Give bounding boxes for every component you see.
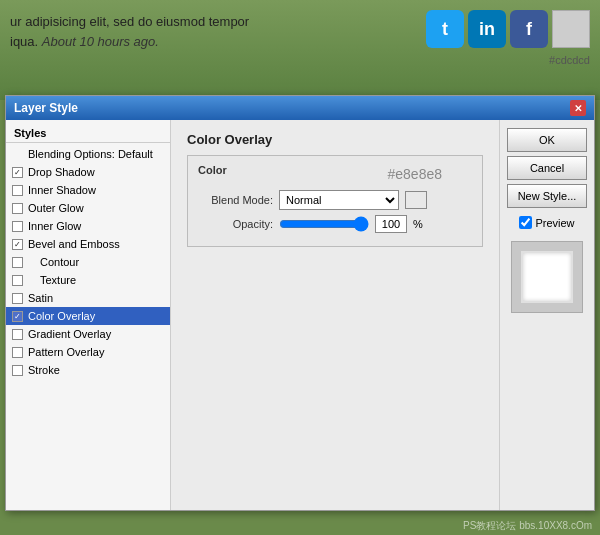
preview-checkbox-row: Preview bbox=[519, 216, 574, 229]
background-area: ur adipisicing elit, sed do eiusmod temp… bbox=[0, 0, 600, 100]
color-swatch bbox=[552, 10, 590, 48]
preview-box bbox=[511, 241, 583, 313]
style-item-texture-checkbox[interactable] bbox=[12, 275, 23, 286]
bg-text-italic: About 10 hours ago. bbox=[42, 34, 159, 49]
style-item-inner-glow-label: Inner Glow bbox=[28, 220, 81, 232]
style-item-outer-glow-checkbox[interactable] bbox=[12, 203, 23, 214]
style-item-satin-checkbox[interactable] bbox=[12, 293, 23, 304]
style-item-contour-label: Contour bbox=[40, 256, 79, 268]
style-item-stroke-label: Stroke bbox=[28, 364, 60, 376]
color-section-wrapper: Color #e8e8e8 Blend Mode: Normal Multipl… bbox=[187, 155, 483, 247]
style-item-texture-label: Texture bbox=[40, 274, 76, 286]
style-item-texture[interactable]: Texture bbox=[6, 271, 170, 289]
style-item-bevel-label: Bevel and Emboss bbox=[28, 238, 120, 250]
style-item-inner-glow-checkbox[interactable] bbox=[12, 221, 23, 232]
ok-button[interactable]: OK bbox=[507, 128, 587, 152]
opacity-row: Opacity: 100 % bbox=[198, 215, 472, 233]
new-style-button[interactable]: New Style... bbox=[507, 184, 587, 208]
color-section: Color #e8e8e8 Blend Mode: Normal Multipl… bbox=[187, 155, 483, 247]
hex-label: #cdcdcd bbox=[549, 54, 590, 66]
linkedin-icon[interactable]: in bbox=[468, 10, 506, 48]
style-item-gradient-overlay[interactable]: Gradient Overlay bbox=[6, 325, 170, 343]
style-item-outer-glow[interactable]: Outer Glow bbox=[6, 199, 170, 217]
percent-label: % bbox=[413, 218, 423, 230]
dialog-body: Styles Blending Options: Default ✓ Drop … bbox=[6, 120, 594, 510]
right-panel: OK Cancel New Style... Preview bbox=[499, 120, 594, 510]
preview-inner bbox=[521, 251, 573, 303]
style-item-inner-shadow[interactable]: Inner Shadow bbox=[6, 181, 170, 199]
bg-text: ur adipisicing elit, sed do eiusmod temp… bbox=[10, 12, 249, 51]
style-item-drop-shadow-label: Drop Shadow bbox=[28, 166, 95, 178]
style-item-stroke[interactable]: Stroke bbox=[6, 361, 170, 379]
style-item-pattern-overlay[interactable]: Pattern Overlay bbox=[6, 343, 170, 361]
layer-style-dialog: Layer Style ✕ Styles Blending Options: D… bbox=[5, 95, 595, 511]
style-item-color-overlay-label: Color Overlay bbox=[28, 310, 95, 322]
styles-header: Styles bbox=[6, 124, 170, 143]
style-item-pattern-overlay-checkbox[interactable] bbox=[12, 347, 23, 358]
style-item-contour-checkbox[interactable] bbox=[12, 257, 23, 268]
style-item-bevel[interactable]: ✓ Bevel and Emboss bbox=[6, 235, 170, 253]
watermark: PS教程论坛 bbs.10XX8.cOm bbox=[463, 519, 592, 533]
style-item-outer-glow-label: Outer Glow bbox=[28, 202, 84, 214]
styles-panel: Styles Blending Options: Default ✓ Drop … bbox=[6, 120, 171, 510]
style-item-color-overlay-checkbox[interactable]: ✓ bbox=[12, 311, 23, 322]
blend-color-box[interactable] bbox=[405, 191, 427, 209]
cancel-button[interactable]: Cancel bbox=[507, 156, 587, 180]
color-section-title: Color bbox=[198, 164, 227, 176]
opacity-label: Opacity: bbox=[198, 218, 273, 230]
blend-mode-label: Blend Mode: bbox=[198, 194, 273, 206]
style-item-inner-shadow-label: Inner Shadow bbox=[28, 184, 96, 196]
style-item-blending-label: Blending Options: Default bbox=[28, 148, 153, 160]
color-section-header: Color #e8e8e8 bbox=[198, 164, 472, 184]
dialog-close-button[interactable]: ✕ bbox=[570, 100, 586, 116]
style-item-drop-shadow[interactable]: ✓ Drop Shadow bbox=[6, 163, 170, 181]
preview-checkbox[interactable] bbox=[519, 216, 532, 229]
style-item-satin-label: Satin bbox=[28, 292, 53, 304]
style-item-color-overlay[interactable]: ✓ Color Overlay bbox=[6, 307, 170, 325]
style-item-gradient-overlay-checkbox[interactable] bbox=[12, 329, 23, 340]
bg-text-line2: iqua. About 10 hours ago. bbox=[10, 32, 249, 52]
style-item-gradient-overlay-label: Gradient Overlay bbox=[28, 328, 111, 340]
twitter-icon[interactable]: t bbox=[426, 10, 464, 48]
style-item-bevel-checkbox[interactable]: ✓ bbox=[12, 239, 23, 250]
main-content: Color Overlay Color #e8e8e8 Blend Mode: … bbox=[171, 120, 499, 510]
facebook-icon[interactable]: f bbox=[510, 10, 548, 48]
style-item-pattern-overlay-label: Pattern Overlay bbox=[28, 346, 104, 358]
preview-label: Preview bbox=[535, 217, 574, 229]
dialog-titlebar: Layer Style ✕ bbox=[6, 96, 594, 120]
blend-mode-select[interactable]: Normal Multiply Screen Overlay bbox=[279, 190, 399, 210]
style-item-drop-shadow-checkbox[interactable]: ✓ bbox=[12, 167, 23, 178]
bg-text-line1: ur adipisicing elit, sed do eiusmod temp… bbox=[10, 12, 249, 32]
style-item-contour[interactable]: Contour bbox=[6, 253, 170, 271]
hex-color-display: #e8e8e8 bbox=[387, 166, 442, 182]
bg-text-normal: iqua. bbox=[10, 34, 42, 49]
opacity-input[interactable]: 100 bbox=[375, 215, 407, 233]
opacity-slider[interactable] bbox=[279, 218, 369, 230]
style-item-inner-shadow-checkbox[interactable] bbox=[12, 185, 23, 196]
style-item-stroke-checkbox[interactable] bbox=[12, 365, 23, 376]
social-icons: t in f bbox=[426, 10, 590, 48]
dialog-title: Layer Style bbox=[14, 101, 78, 115]
blend-mode-row: Blend Mode: Normal Multiply Screen Overl… bbox=[198, 190, 472, 210]
section-title: Color Overlay bbox=[187, 132, 483, 147]
style-item-satin[interactable]: Satin bbox=[6, 289, 170, 307]
style-item-blending[interactable]: Blending Options: Default bbox=[6, 145, 170, 163]
style-item-inner-glow[interactable]: Inner Glow bbox=[6, 217, 170, 235]
